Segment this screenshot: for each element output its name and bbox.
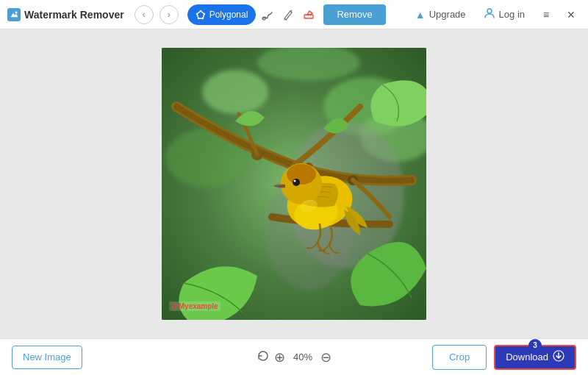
brush-icon	[262, 9, 273, 21]
forward-icon: ›	[168, 10, 171, 20]
polygonal-icon	[196, 10, 206, 20]
zoom-in-icon[interactable]: ⊕	[274, 349, 285, 365]
download-icon	[553, 350, 564, 364]
close-button[interactable]: ✕	[562, 5, 581, 24]
svg-point-6	[196, 12, 197, 14]
badge-count: 3	[528, 339, 542, 352]
new-image-label: New Image	[23, 351, 71, 362]
brush-tool-button[interactable]	[259, 6, 276, 24]
svg-point-0	[15, 11, 18, 13]
polygonal-tool-button[interactable]: Polygonal	[187, 4, 257, 25]
download-button-wrapper: 3 Download	[494, 345, 576, 370]
menu-button[interactable]: ≡	[537, 5, 556, 24]
app-title: Watermark Remover	[24, 9, 124, 21]
topbar: Watermark Remover ‹ › Polygonal	[0, 0, 588, 29]
svg-point-4	[201, 17, 203, 18]
tool-group: Polygonal	[187, 4, 318, 25]
canvas-area: @Myexample	[0, 29, 588, 338]
pen-tool-button[interactable]	[279, 6, 297, 24]
back-icon: ‹	[143, 10, 146, 20]
svg-point-10	[487, 9, 492, 13]
crop-label: Crop	[449, 351, 470, 362]
remove-button[interactable]: Remove	[323, 4, 385, 25]
zoom-percent: 40%	[290, 351, 316, 362]
eraser-icon	[303, 9, 315, 21]
new-image-button[interactable]: New Image	[12, 346, 82, 369]
download-label: Download	[506, 351, 548, 362]
bottom-toolbar: New Image ⊕ 40% ⊖ Crop 3 Download	[0, 338, 588, 375]
login-label: Log in	[499, 9, 525, 20]
app-logo: Watermark Remover	[7, 8, 124, 21]
bottom-left: New Image	[12, 346, 82, 369]
forward-button[interactable]: ›	[159, 5, 179, 24]
upgrade-label: Upgrade	[429, 9, 466, 20]
bird-scene-svg	[162, 48, 426, 320]
pen-icon	[282, 9, 294, 21]
remove-label: Remove	[337, 9, 372, 20]
watermark-text: @Myexample	[169, 301, 220, 311]
crop-button[interactable]: Crop	[432, 345, 487, 370]
menu-icon: ≡	[543, 9, 549, 21]
polygonal-label: Polygonal	[209, 10, 248, 20]
eraser-tool-button[interactable]	[300, 6, 318, 24]
zoom-out-icon[interactable]: ⊖	[320, 349, 331, 365]
login-button[interactable]: Log in	[478, 7, 531, 21]
svg-point-27	[294, 180, 296, 182]
svg-marker-1	[197, 11, 204, 18]
svg-point-2	[199, 10, 201, 11]
svg-point-15	[202, 70, 268, 114]
user-icon	[484, 7, 495, 21]
logo-icon	[7, 8, 21, 21]
svg-point-25	[287, 164, 316, 185]
bird-image: @Myexample	[162, 48, 426, 320]
svg-point-3	[203, 12, 204, 14]
svg-point-26	[293, 179, 300, 186]
svg-point-5	[197, 17, 198, 18]
rotate-icon[interactable]	[257, 349, 270, 365]
back-button[interactable]: ‹	[135, 5, 154, 24]
upgrade-button[interactable]: ▲ Upgrade	[409, 9, 472, 21]
close-icon: ✕	[567, 9, 576, 21]
bottom-right: Crop 3 Download	[432, 345, 576, 370]
zoom-controls: ⊕ 40% ⊖	[257, 349, 331, 365]
image-container: @Myexample	[162, 48, 426, 320]
upgrade-icon: ▲	[415, 9, 426, 21]
